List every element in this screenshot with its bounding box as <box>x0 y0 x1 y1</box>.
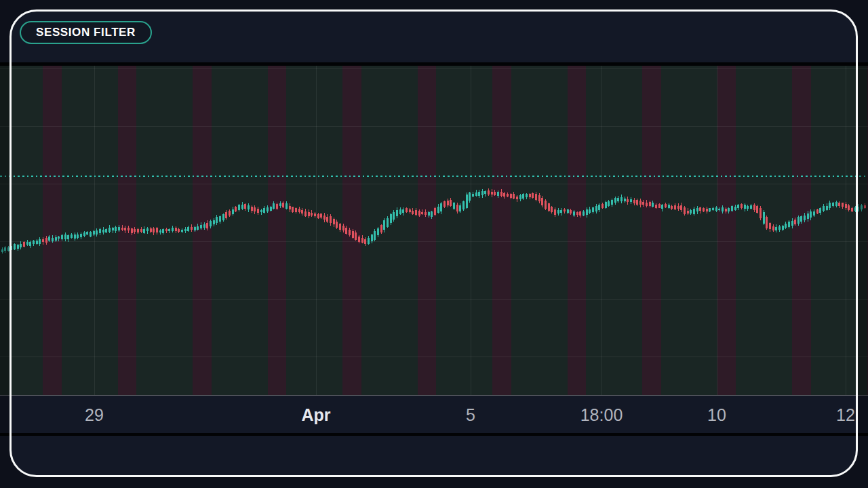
candle-body <box>304 211 307 216</box>
session-band <box>118 66 137 395</box>
candle-body <box>102 230 104 232</box>
candle-body <box>687 211 689 214</box>
candle-body <box>630 199 632 202</box>
candle-body <box>554 209 556 215</box>
candlestick-chart[interactable] <box>0 66 868 395</box>
candle-body <box>222 214 224 220</box>
candle-body <box>712 208 714 210</box>
candle-body <box>118 227 120 231</box>
candle-body <box>90 232 92 237</box>
candle-body <box>345 228 347 233</box>
candle-body <box>497 192 499 195</box>
candle-body <box>156 228 158 232</box>
candle-body <box>551 207 553 212</box>
candle-body <box>804 216 806 220</box>
candle-body <box>608 201 610 206</box>
candle-body <box>652 203 654 207</box>
candle-body <box>756 206 758 212</box>
candle-body <box>112 228 114 230</box>
candle-body <box>203 224 205 228</box>
candle-body <box>358 237 360 243</box>
candle-body <box>213 220 215 225</box>
candle-body <box>64 235 66 239</box>
candle-body <box>782 226 784 230</box>
candle-body <box>466 195 468 208</box>
candle-body <box>484 191 486 195</box>
session-band <box>342 66 361 395</box>
candle-body <box>769 223 771 229</box>
candle-body <box>134 229 136 232</box>
candle-body <box>475 192 477 196</box>
time-axis[interactable]: 29Apr518:001012 <box>0 396 868 433</box>
candle-body <box>857 207 859 211</box>
candle-body <box>172 228 174 231</box>
candle-body <box>210 221 212 226</box>
candle-body <box>162 229 164 232</box>
candle-body <box>377 228 379 235</box>
candle-body <box>200 225 202 228</box>
candle-body <box>10 246 12 249</box>
candle-body <box>178 229 180 232</box>
session-band <box>43 66 62 395</box>
candle-body <box>835 202 837 205</box>
candle-body <box>737 205 739 207</box>
candle-body <box>36 241 38 243</box>
candle-body <box>93 231 95 235</box>
candle-body <box>216 217 218 223</box>
candle-body <box>854 207 856 210</box>
candle-body <box>52 238 54 241</box>
candle-body <box>703 208 705 211</box>
session-band <box>568 66 587 395</box>
candle-body <box>276 204 278 208</box>
candle-body <box>308 212 310 217</box>
candle-body <box>219 216 221 222</box>
trading-app-window: SESSION FILTER 29Apr518:001012 <box>0 0 868 488</box>
candle-body <box>636 200 638 205</box>
candle-body <box>722 207 724 211</box>
candle-body <box>797 217 800 223</box>
candle-body <box>181 230 183 231</box>
candle-body <box>55 237 57 241</box>
candle-body <box>842 203 844 207</box>
candle-body <box>257 209 259 213</box>
session-filter-button[interactable]: SESSION FILTER <box>20 21 152 44</box>
candle-body <box>263 208 265 212</box>
candle-body <box>741 204 743 207</box>
candle-body <box>285 203 288 208</box>
candle-body <box>4 247 6 251</box>
candle-body <box>409 209 411 212</box>
session-band <box>492 66 511 395</box>
candle-body <box>734 207 736 210</box>
candle-body <box>807 214 809 219</box>
candle-body <box>510 194 512 198</box>
candle-body <box>371 235 373 242</box>
candle-body <box>99 229 101 233</box>
candle-body <box>747 206 749 209</box>
x-axis-label: 18:00 <box>580 405 623 424</box>
candle-body <box>238 205 240 210</box>
candle-body <box>431 211 433 216</box>
candle-body <box>614 198 616 203</box>
candle-body <box>709 208 711 211</box>
candle-body <box>1 249 3 252</box>
candle-body <box>339 224 341 230</box>
candle-body <box>267 207 269 211</box>
candle-body <box>775 227 777 230</box>
candle-body <box>127 228 130 231</box>
candle-body <box>829 203 831 208</box>
candle-body <box>529 194 531 197</box>
candle-body <box>406 208 408 212</box>
candle-body <box>105 229 107 232</box>
chart-area[interactable] <box>0 66 868 395</box>
toolbar-chart-divider <box>0 62 868 66</box>
candle-body <box>374 231 376 240</box>
candle-body <box>71 235 73 238</box>
candle-body <box>864 205 866 208</box>
candle-body <box>583 211 585 215</box>
candle-body <box>314 214 316 216</box>
candle-body <box>159 230 161 232</box>
candle-body <box>671 206 673 209</box>
candle-body <box>437 207 439 213</box>
session-band <box>642 66 661 395</box>
candle-body <box>579 211 581 216</box>
